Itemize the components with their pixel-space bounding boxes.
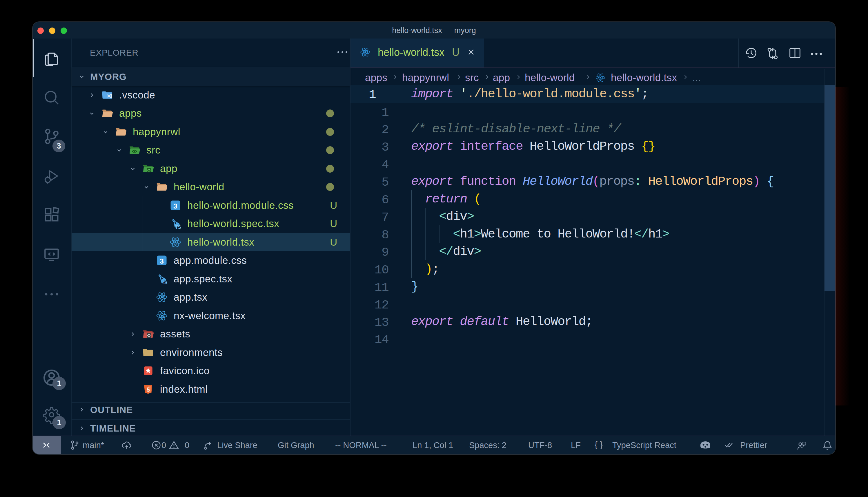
svg-text:TS: TS [162, 280, 168, 285]
svg-text:3: 3 [160, 257, 164, 265]
svg-text:5: 5 [147, 386, 150, 393]
svg-text:3: 3 [174, 202, 177, 210]
svg-text:TS: TS [175, 225, 181, 230]
